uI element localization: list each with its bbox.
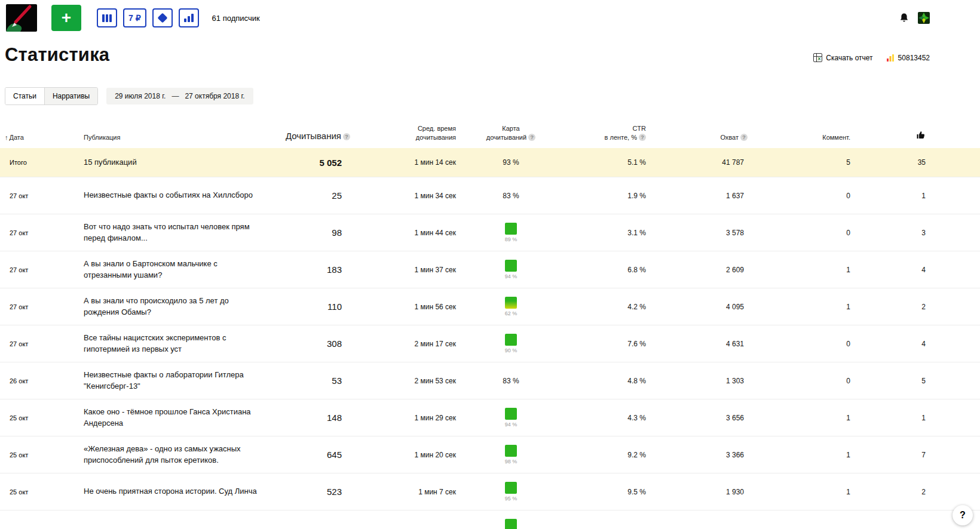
download-report-label: Скачать отчет (826, 54, 872, 62)
row-comments: 0 (753, 340, 855, 348)
row-reads: 25 (275, 190, 353, 201)
row-likes: 5 (855, 377, 930, 385)
help-icon[interactable]: ? (343, 133, 350, 140)
read-map-thumbnail[interactable] (505, 445, 517, 457)
publication-title[interactable]: А вы знали что происходило за 5 лет до р… (84, 290, 275, 324)
table-row[interactable]: 26 окт Неизвестные факты о лаборатории Г… (0, 362, 980, 399)
row-reads: 183 (275, 264, 353, 275)
download-report-link[interactable]: X Скачать отчет (813, 53, 872, 62)
row-comments: 0 (753, 192, 855, 200)
row-reads: 5 052 (275, 158, 353, 168)
publication-title[interactable]: А вы знали о Бартонском мальчике с отрез… (84, 253, 275, 287)
help-icon[interactable]: ? (639, 134, 646, 141)
read-map-thumbnail[interactable] (505, 408, 517, 420)
row-date: 27 окт (0, 340, 84, 347)
column-header-publication: Публикация (84, 133, 275, 143)
publication-title[interactable]: Неизвестные факты о событиях на Хиллсбор… (84, 184, 275, 207)
table-row[interactable]: 25 окт Какое оно - тёмное прошлое Ганса … (0, 399, 980, 436)
row-reach: 1 637 (651, 192, 753, 200)
column-header-map: Карта дочитываний? (472, 124, 550, 143)
read-map-thumbnail (505, 519, 517, 529)
thumbs-up-icon (916, 130, 926, 140)
row-map[interactable]: 98 % (472, 445, 550, 465)
row-avg-time: 1 мин 37 сек (353, 266, 472, 274)
karma-badge[interactable] (152, 8, 173, 27)
read-map-thumbnail[interactable] (505, 334, 517, 346)
row-likes: 4 (855, 340, 930, 348)
row-avg-time: 1 мин 14 сек (353, 158, 472, 167)
publication-title[interactable]: «Железная дева» - одно из самых ужасных … (84, 438, 275, 472)
table-row-total[interactable]: Итого 15 публикаций 5 052 1 мин 14 сек 9… (0, 148, 980, 177)
row-avg-time: 1 мин 29 сек (353, 414, 472, 422)
stats-bars-badge[interactable] (97, 8, 117, 27)
table-row[interactable]: 27 окт Вот что надо знать что испытал че… (0, 214, 980, 251)
row-reads: 110 (275, 302, 353, 312)
table-row[interactable]: 27 окт Все тайны нацистских эксперименто… (0, 325, 980, 362)
publication-title[interactable]: Вот что надо знать что испытал человек п… (84, 216, 275, 250)
notifications-bell-icon[interactable] (899, 13, 909, 23)
help-icon[interactable]: ? (528, 134, 535, 141)
read-map-thumbnail[interactable] (505, 297, 517, 309)
table-row[interactable]: 27 окт А вы знали что происходило за 5 л… (0, 288, 980, 325)
help-icon[interactable]: ? (740, 134, 748, 141)
row-map[interactable]: 90 % (472, 334, 550, 353)
publication-title[interactable]: Какое оно - тёмное прошлое Ганса Христиа… (84, 401, 275, 435)
chart-badge[interactable] (179, 8, 199, 27)
row-date: 27 окт (0, 303, 84, 310)
read-map-thumbnail[interactable] (505, 482, 517, 494)
row-date: 25 окт (0, 451, 84, 459)
row-ctr: 3.1 % (550, 229, 651, 237)
table-row[interactable]: 27 окт А вы знали о Бартонском мальчике … (0, 251, 980, 288)
tab-articles[interactable]: Статьи (5, 88, 44, 104)
row-map[interactable]: 89 % (472, 223, 550, 242)
metrica-counter-link[interactable]: 50813452 (886, 54, 930, 62)
read-map-thumbnail[interactable] (505, 223, 517, 235)
table-row-partial[interactable] (0, 510, 980, 529)
date-range-picker[interactable]: 29 июля 2018 г. — 27 октября 2018 г. (106, 88, 253, 104)
subscribers-count: 61 подписчик (212, 14, 260, 23)
read-map-thumbnail[interactable] (505, 260, 517, 272)
channel-avatar[interactable] (6, 4, 37, 32)
publication-title[interactable]: Все тайны нацистских экспериментов с гип… (84, 327, 275, 361)
read-map-percent: 62 % (505, 310, 517, 316)
row-likes: 1 (855, 192, 930, 200)
row-reads: 98 (275, 227, 353, 238)
row-map (472, 519, 550, 529)
help-button[interactable]: ? (953, 505, 973, 525)
row-reach: 4 095 (651, 303, 753, 311)
table-row[interactable]: 25 окт Не очень приятная сторона истории… (0, 473, 980, 510)
row-map[interactable]: 94 % (472, 408, 550, 427)
publication-title[interactable]: Не очень приятная сторона истории. Суд Л… (84, 480, 275, 503)
metrica-id: 50813452 (898, 54, 930, 62)
zen-logo[interactable] (918, 12, 930, 24)
add-publication-button[interactable]: + (51, 5, 81, 31)
statistics-table: ↑Дата Публикация Дочитывания? Сред. врем… (0, 121, 980, 529)
table-row[interactable]: 27 окт Неизвестные факты о событиях на Х… (0, 177, 980, 214)
row-comments: 5 (753, 158, 855, 167)
date-range-start[interactable]: 29 июля 2018 г. (115, 92, 166, 100)
publication-title[interactable]: Неизвестные факты о лаборатории Гитлера … (84, 364, 275, 398)
row-reach: 3 578 (651, 229, 753, 237)
row-likes: 4 (855, 266, 930, 274)
column-header-date[interactable]: ↑Дата (0, 133, 84, 143)
tab-narratives[interactable]: Нарративы (44, 88, 97, 104)
row-ctr: 9.5 % (550, 488, 651, 496)
price-badge[interactable]: 7 ₽ (123, 8, 146, 27)
row-likes: 35 (855, 158, 930, 167)
row-map[interactable]: 62 % (472, 297, 550, 316)
row-map[interactable]: 94 % (472, 260, 550, 279)
table-row[interactable]: 25 окт «Железная дева» - одно из самых у… (0, 436, 980, 473)
svg-text:X: X (817, 56, 821, 61)
row-likes: 7 (855, 451, 930, 459)
row-map[interactable]: 95 % (472, 482, 550, 502)
row-date: 27 окт (0, 266, 84, 273)
row-date: 25 окт (0, 414, 84, 422)
date-range-separator: — (172, 92, 179, 100)
bars-icon (102, 14, 105, 22)
read-map-percent: 90 % (505, 347, 517, 353)
row-date: 26 окт (0, 377, 84, 385)
column-header-ctr: CTR в ленте, %? (550, 124, 651, 143)
row-reads: 148 (275, 413, 353, 423)
metrica-icon (886, 54, 895, 62)
date-range-end[interactable]: 27 октября 2018 г. (185, 92, 244, 100)
